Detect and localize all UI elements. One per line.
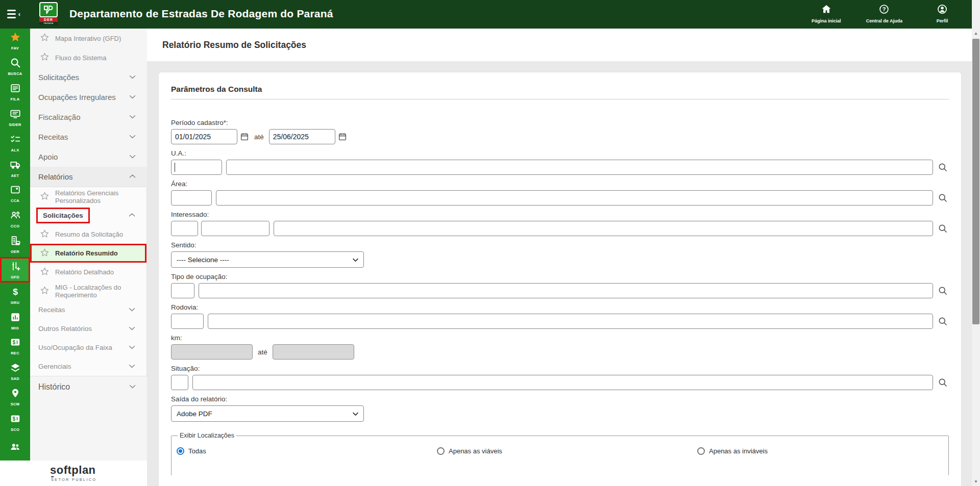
header-action-profile[interactable]: Perfil (927, 4, 958, 23)
radio-option-apenas-as-invi-veis[interactable]: Apenas as inviáveis (697, 447, 943, 455)
rail-item-sad[interactable]: SAD (0, 359, 30, 385)
radio-icon[interactable] (177, 447, 184, 455)
sidebar-subsection-solicita-es[interactable]: Solicitações (30, 206, 146, 225)
scroll-down-arrow-icon[interactable]: ▼ (972, 477, 980, 486)
people-gear-icon (10, 210, 21, 223)
menu-toggle-icon[interactable]: ‹ (7, 8, 20, 20)
rodovia-name-input[interactable] (208, 314, 933, 329)
periodo-to-input[interactable] (269, 129, 335, 144)
saida-selected-value: Adobe PDF (177, 410, 212, 418)
scrollbar-thumb[interactable] (972, 39, 979, 324)
sidebar-section-solicita-es[interactable]: Solicitações (30, 67, 147, 87)
rail-item-rec[interactable]: $REC (0, 334, 30, 359)
saida-select[interactable]: Adobe PDF (171, 405, 364, 422)
search-icon[interactable] (937, 162, 949, 172)
sidebar-section-label: Histórico (38, 382, 70, 392)
search-icon[interactable] (937, 377, 949, 388)
radio-option-apenas-as-vi-veis[interactable]: Apenas as viáveis (437, 447, 697, 455)
rail-item-sider[interactable]: SIDER (0, 105, 30, 130)
situacao-name-input[interactable] (192, 375, 933, 390)
sliders-icon (10, 261, 21, 274)
sidebar-item-relat-rio-detalhado[interactable]: Relatório Detalhado (30, 263, 146, 282)
sidebar-subsection-receitas[interactable]: Receitas (30, 300, 146, 319)
rail-item-label: REC (11, 351, 19, 355)
rail-item-cca[interactable]: CCA (0, 181, 30, 207)
sidebar-item-label: Resumo da Solicitação (55, 231, 123, 238)
search-icon[interactable] (937, 316, 949, 326)
sidebar-subsection-uso-ocupa-o-da-faixa[interactable]: Uso/Ocupação da Faixa (30, 338, 146, 357)
dollar-icon: $ (10, 286, 21, 299)
calendar-icon[interactable] (240, 132, 249, 141)
rodovia-code-input[interactable] (171, 314, 204, 329)
exibir-options: TodasApenas as viáveisApenas as inviávei… (177, 447, 943, 455)
radio-icon[interactable] (697, 447, 705, 455)
search-icon[interactable] (937, 193, 949, 203)
sidebar-section-ocupa-es-irregulares[interactable]: Ocupações Irregulares (30, 87, 147, 107)
area-name-input[interactable] (216, 190, 933, 206)
rail-item-alx[interactable]: ALX (0, 130, 30, 156)
rail-item-people[interactable] (0, 435, 30, 461)
main-content: Relatório Resumo de Solicitações Parâmet… (147, 29, 972, 486)
help-icon: ? (878, 4, 890, 17)
chevron-down-icon (128, 72, 137, 83)
sidebar-item-resumo-da-solicita-o[interactable]: Resumo da Solicitação (30, 225, 146, 244)
interessado-input-3[interactable] (274, 221, 933, 236)
rail-item-gru[interactable]: $GRU (0, 283, 30, 308)
sidebar-item-label: Mapa Interativo (GFD) (55, 35, 121, 42)
interessado-input-1[interactable] (171, 221, 198, 236)
star-icon (10, 32, 21, 45)
radio-icon[interactable] (437, 447, 445, 455)
sidebar-section-receitas[interactable]: Receitas (30, 127, 147, 147)
calendar-icon[interactable] (338, 132, 347, 141)
rail-item-label: GFD (11, 275, 19, 279)
radio-option-todas[interactable]: Todas (177, 447, 437, 455)
monitor-icon (10, 108, 21, 121)
search-icon[interactable] (937, 223, 949, 234)
relatorios-panel: Relatórios Gerenciais PersonalizadosSoli… (30, 187, 147, 376)
sidebar-item-relat-rios-gerenciais-personalizados[interactable]: Relatórios Gerenciais Personalizados (30, 187, 146, 206)
sidebar-item-label: MIG - Localizações do Requerimento (55, 284, 142, 299)
der-parana-logo[interactable]: DER PARANÁ (36, 2, 61, 27)
header-action-home[interactable]: Página inicial (811, 4, 842, 23)
header-action-help[interactable]: ?Central de Ajuda (866, 4, 902, 23)
sidebar-section-hist-rico[interactable]: Histórico (30, 376, 147, 398)
rail-item-gfd[interactable]: GFD (0, 257, 30, 283)
rail-item-sco[interactable]: $SCO (0, 410, 30, 435)
sidebar-subsection-label: Outros Relatórios (38, 325, 92, 332)
sidebar-item-mapa-interativo-gfd-[interactable]: Mapa Interativo (GFD) (30, 29, 147, 48)
periodo-from-input[interactable] (171, 129, 237, 144)
rail-item-aet[interactable]: AET (0, 156, 30, 181)
sidebar-item-relat-rio-resumido[interactable]: Relatório Resumido (30, 244, 146, 263)
sidebar-section-label: Apoio (38, 152, 58, 161)
rail-item-label: SCO (11, 427, 19, 432)
rail-item-cco[interactable]: CCO (0, 207, 30, 232)
ua-code-input[interactable] (171, 160, 222, 175)
rail-item-fav[interactable]: FAV (0, 29, 30, 54)
area-code-input[interactable] (171, 190, 212, 206)
sidebar-subsection-outros-relat-rios[interactable]: Outros Relatórios (30, 319, 146, 338)
rail-item-ger[interactable]: GER (0, 232, 30, 258)
sidebar-item-label: Relatório Resumido (55, 249, 118, 257)
sidebar-section-fiscaliza-o[interactable]: Fiscalização (30, 107, 147, 127)
interessado-input-2[interactable] (201, 221, 270, 236)
sidebar-section-relat-rios[interactable]: Relatórios (30, 167, 147, 187)
rail-item-fila[interactable]: FILA (0, 80, 30, 105)
svg-text:?: ? (883, 6, 886, 12)
rail-item-mig[interactable]: MIG (0, 308, 30, 334)
sidebar-item-fluxo-do-sistema[interactable]: Fluxo do Sistema (30, 48, 147, 67)
der-logo-subtext: PARANÁ (39, 22, 58, 25)
scroll-up-arrow-icon[interactable]: ▲ (972, 29, 980, 38)
tipo-ocupacao-name-input[interactable] (199, 283, 933, 298)
rail-item-busca[interactable]: BUSCA (0, 54, 30, 80)
sidebar-section-apoio[interactable]: Apoio (30, 147, 147, 167)
ua-name-input[interactable] (226, 160, 933, 175)
vertical-scrollbar[interactable]: ▲ ▼ (972, 0, 980, 486)
sidebar-item-mig-localiza-es-do-requerimento[interactable]: MIG - Localizações do Requerimento (30, 282, 146, 300)
search-icon[interactable] (937, 286, 949, 296)
rail-item-scm[interactable]: SCM (0, 385, 30, 410)
sentido-select[interactable]: ---- Selecione ---- (171, 251, 364, 268)
tipo-ocupacao-code-input[interactable] (171, 283, 194, 298)
km-label: km: (171, 334, 949, 342)
situacao-code-input[interactable] (171, 375, 188, 390)
sidebar-subsection-gerenciais[interactable]: Gerenciais (30, 357, 146, 376)
